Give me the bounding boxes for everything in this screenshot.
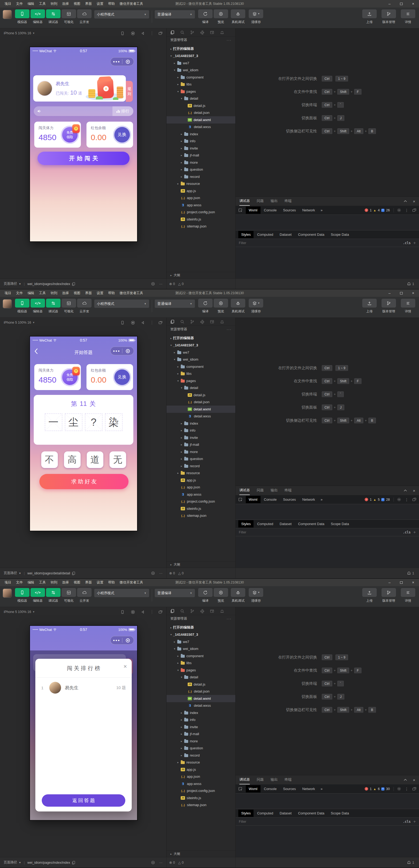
tree-item-more[interactable]: ▸more: [166, 738, 235, 745]
device-frame-icon[interactable]: [121, 31, 125, 35]
add-icon[interactable]: +: [413, 241, 416, 245]
tree-item-libs[interactable]: ▸libs: [166, 659, 235, 667]
styles-tab-Dataset[interactable]: Dataset: [277, 520, 294, 527]
close-icon[interactable]: ×: [413, 199, 415, 204]
styles-tab-Computed[interactable]: Computed: [254, 810, 276, 817]
clear-cache-button[interactable]: ▼ 清缓存: [247, 299, 264, 314]
notifications[interactable]: 1: [236, 568, 419, 579]
outline-section[interactable]: ▸大纲: [166, 850, 235, 857]
extensions-icon[interactable]: [200, 320, 204, 324]
tree-item-invite[interactable]: ▸invite: [166, 434, 235, 441]
menu-item[interactable]: 设置: [94, 291, 106, 296]
tree-item-siteinfo.js[interactable]: JSsiteinfo.js: [166, 216, 235, 223]
collapse-icon[interactable]: [404, 779, 407, 781]
gear-icon[interactable]: [397, 208, 401, 212]
tree-item-resource[interactable]: ▸resource: [166, 759, 235, 766]
speaker-icon[interactable]: [141, 31, 146, 35]
dock-icon[interactable]: [412, 787, 416, 791]
tree-item-component[interactable]: ▸component: [166, 74, 235, 81]
tree-item-打开的编辑器[interactable]: ▸打开的编辑器: [166, 45, 235, 53]
tree-item-_1414481507_3[interactable]: ▾_1414481507_3: [166, 342, 235, 349]
menu-item[interactable]: 界面: [83, 580, 94, 585]
details-button[interactable]: 详情: [400, 588, 416, 603]
git-branch-icon[interactable]: [190, 30, 194, 35]
close-button[interactable]: ×: [407, 289, 419, 297]
compile-button[interactable]: 编译: [198, 299, 213, 314]
devtools-tab-Network[interactable]: Network: [299, 207, 318, 214]
dock-icon[interactable]: [412, 208, 416, 212]
ellipsis-icon[interactable]: ···: [159, 861, 163, 865]
capsule-menu[interactable]: [110, 347, 134, 355]
devtools-tab-Wxml[interactable]: Wxml: [246, 496, 260, 503]
menu-item[interactable]: 编辑: [25, 2, 37, 6]
back-to-quiz-button[interactable]: 返回答题: [42, 794, 125, 807]
device-select[interactable]: iPhone 5 100% 16: [4, 321, 31, 324]
debugger-tab-调试器[interactable]: 调试器: [239, 197, 250, 206]
window-icon[interactable]: [210, 320, 214, 324]
tree-item-detail.wxml[interactable]: <>detail.wxml: [166, 116, 235, 124]
tree-item-detail.json[interactable]: {..}detail.json: [166, 109, 235, 117]
tree-item-record[interactable]: ▸record: [166, 173, 235, 180]
tree-item-detail.js[interactable]: JSdetail.js: [166, 392, 235, 399]
inspect-icon[interactable]: [238, 208, 243, 212]
debugger-tab-终端[interactable]: 终端: [285, 197, 292, 206]
simulator-toggle-button[interactable]: 模拟器: [14, 299, 30, 314]
git-branch-icon[interactable]: [190, 609, 194, 613]
devtools-tab-Network[interactable]: Network: [299, 785, 318, 793]
tree-item-we7[interactable]: ▸we7: [166, 60, 235, 67]
tree-item-index[interactable]: ▸index: [166, 420, 235, 427]
close-button[interactable]: ×: [407, 579, 419, 586]
copy-icon[interactable]: [72, 282, 75, 286]
tree-item-app.wxss[interactable]: ∃app.wxss: [166, 491, 235, 498]
devtools-tab-Wxml[interactable]: Wxml: [246, 207, 260, 214]
tree-item-app.js[interactable]: JSapp.js: [166, 187, 235, 194]
menu-item[interactable]: 转到: [48, 2, 60, 6]
plugin-ship-icon[interactable]: [220, 30, 224, 35]
tree-item-app.json[interactable]: {..}app.json: [166, 484, 235, 491]
details-button[interactable]: 详情: [400, 299, 416, 314]
debugger-tab-调试器[interactable]: 调试器: [239, 486, 250, 495]
add-icon[interactable]: +: [413, 530, 416, 535]
start-game-button[interactable]: 开始闯关: [37, 152, 130, 165]
device-select[interactable]: iPhone 5 100% 16: [4, 610, 31, 614]
exchange-button[interactable]: 兑换: [114, 127, 130, 143]
answer-option[interactable]: 无: [109, 452, 126, 468]
editor-toggle-button[interactable]: </> 编辑器: [30, 588, 45, 603]
preview-button[interactable]: 预览: [213, 588, 229, 603]
page-path-label[interactable]: 页面路径: [4, 860, 17, 865]
filter-input[interactable]: Filter: [239, 241, 246, 245]
answer-option[interactable]: 道: [87, 452, 103, 468]
plugin-ship-icon[interactable]: [220, 609, 224, 613]
tree-item-we7[interactable]: ▸we7: [166, 638, 235, 645]
capsule-menu[interactable]: [110, 57, 134, 66]
device-select[interactable]: iPhone 5 100% 16: [4, 31, 31, 35]
menu-item[interactable]: 设置: [94, 2, 106, 6]
gear-icon[interactable]: [397, 497, 401, 501]
tree-item-_1414481507_3[interactable]: ▾_1414481507_3: [166, 631, 235, 639]
kebab-menu-icon[interactable]: ⋮: [405, 497, 409, 502]
upload-button[interactable]: 上传: [362, 299, 377, 314]
speaker-icon[interactable]: [141, 321, 146, 325]
tree-item-detail.js[interactable]: JSdetail.js: [166, 102, 235, 109]
tree-item-sitemap.json[interactable]: {..}sitemap.json: [166, 223, 235, 230]
tree-item-app.wxss[interactable]: ∃app.wxss: [166, 780, 235, 787]
debugger-tab-终端[interactable]: 终端: [285, 775, 292, 784]
tree-item-project.config.json[interactable]: {..}project.config.json: [166, 498, 235, 505]
files-icon[interactable]: [170, 609, 174, 613]
debugger-tab-调试器[interactable]: 调试器: [239, 775, 250, 784]
tree-item-libs[interactable]: ▸libs: [166, 81, 235, 88]
tree-item-app.js[interactable]: JSapp.js: [166, 476, 235, 484]
search-icon[interactable]: [180, 30, 185, 35]
tree-item-app.json[interactable]: {..}app.json: [166, 194, 235, 202]
compile-mode-select[interactable]: 普通编译 ▼: [155, 10, 195, 19]
ellipsis-icon[interactable]: ···: [159, 282, 163, 286]
minimize-button[interactable]: –: [384, 0, 395, 7]
tree-item-sitemap.json[interactable]: {..}sitemap.json: [166, 512, 235, 520]
device-debug-button[interactable]: 真机调试: [229, 588, 247, 603]
extensions-icon[interactable]: [200, 30, 204, 35]
debugger-tab-问题[interactable]: 问题: [257, 775, 264, 784]
tree-item-jf-mall[interactable]: ▸jf-mall: [166, 731, 235, 738]
float-window-icon[interactable]: [159, 31, 162, 35]
menu-item[interactable]: 文件: [14, 2, 25, 6]
visualize-button[interactable]: 可视化: [61, 299, 76, 314]
